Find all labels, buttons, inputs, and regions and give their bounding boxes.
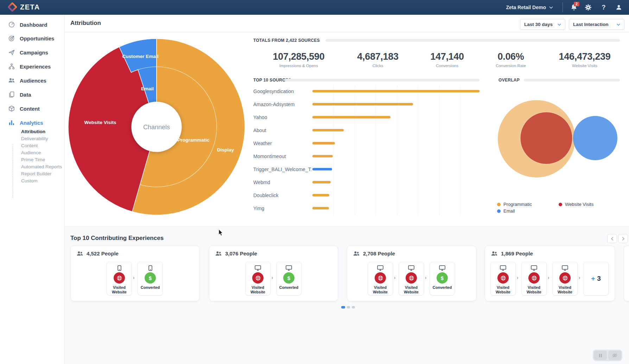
source-bar-track <box>312 129 479 131</box>
source-bar[interactable] <box>312 181 331 183</box>
source-bar-track <box>312 155 479 157</box>
attribution-model-dropdown[interactable]: Last Interaction <box>569 19 624 30</box>
carousel-dot[interactable] <box>352 306 355 308</box>
user-profile-button[interactable] <box>613 0 625 15</box>
subnav-prime-time[interactable]: Prime Time <box>21 157 45 163</box>
carousel-dot-active[interactable] <box>341 306 345 308</box>
venn-email[interactable] <box>573 116 617 160</box>
legend-label: Email <box>503 208 515 214</box>
source-bar-track <box>312 116 479 118</box>
step-label: Visited Website <box>107 285 132 294</box>
step-label: Visited Website <box>246 285 270 294</box>
subnav-content[interactable]: Content <box>21 143 38 149</box>
sidebar-item-label: Analytics <box>20 120 43 126</box>
carousel-prev-button[interactable] <box>607 234 617 243</box>
carousel-next-button[interactable] <box>618 234 628 243</box>
step-arrow: › <box>424 274 427 280</box>
stat-label: Website Visits <box>539 64 629 68</box>
chevron-down-icon <box>558 24 561 26</box>
attribution-dashboard: ZETA Zeta Retail Demo 2 <box>0 0 629 364</box>
sidebar-item-experiences[interactable]: Experiences <box>0 61 64 72</box>
experience-card-partial[interactable] <box>624 246 629 301</box>
legend-email: Email <box>497 208 515 214</box>
logo-text: ZETA <box>20 3 40 11</box>
source-bar[interactable] <box>312 207 329 209</box>
chevron-down-icon <box>549 6 553 9</box>
card-people-count: 1,869 People <box>501 251 533 256</box>
chevron-right-icon <box>622 237 624 241</box>
pause-button[interactable] <box>594 351 607 360</box>
people-icon <box>8 77 15 84</box>
sidebar-item-label: Audiences <box>20 78 46 84</box>
gauge-icon <box>8 21 15 28</box>
step-tile-converted: $ Converted <box>430 262 455 295</box>
source-bar-track <box>312 207 479 209</box>
page-title: Attribution <box>70 20 101 27</box>
hide-button[interactable] <box>608 351 621 360</box>
source-bar[interactable] <box>312 155 333 157</box>
source-bar-track <box>312 142 479 144</box>
step-tile-visited-website: Visited Website <box>368 262 393 295</box>
notifications-button[interactable]: 2 <box>568 0 580 15</box>
subnav-audience[interactable]: Audience <box>21 150 41 156</box>
globe-badge-icon <box>497 272 509 284</box>
bar-chart-icon <box>8 119 15 126</box>
source-name: Yahoo <box>253 114 311 121</box>
sidebar-item-opportunities[interactable]: Opportunities <box>0 33 64 44</box>
section-rule <box>524 79 620 82</box>
stat-value: 146,473,239 <box>539 51 629 62</box>
more-steps-count: 3 <box>597 275 601 282</box>
card-header: 1,869 People <box>491 251 533 256</box>
legend-dot <box>497 203 501 206</box>
sidebar-nav: Dashboard Opportunities Campaigns Experi… <box>0 15 65 364</box>
carousel-controls <box>593 350 622 361</box>
legend-website-visits: Website Visits <box>559 202 593 207</box>
desktop-icon <box>553 265 577 271</box>
cube-icon <box>8 105 15 112</box>
legend-dot <box>497 209 501 213</box>
venn-website-visits[interactable] <box>520 112 572 164</box>
more-steps-tile[interactable]: + 3 <box>583 262 609 295</box>
source-bar[interactable] <box>312 168 332 170</box>
settings-button[interactable] <box>582 0 594 15</box>
help-button[interactable]: ? <box>598 0 610 15</box>
date-range-dropdown[interactable]: Last 30 days <box>520 19 565 30</box>
step-arrow: › <box>578 274 581 280</box>
sidebar-item-dashboard[interactable]: Dashboard <box>0 19 64 30</box>
subnav-attribution[interactable]: Attribution <box>21 129 45 135</box>
sidebar-item-analytics[interactable]: Analytics <box>0 117 64 128</box>
overlap-heading: OVERLAP <box>498 78 520 83</box>
plus-icon: + <box>591 275 595 282</box>
legend-label: Website Visits <box>565 202 593 207</box>
subnav-report-builder[interactable]: Report Builder <box>21 171 51 177</box>
legend-label: Programmatic <box>503 202 532 207</box>
card-header: 4,522 People <box>77 251 119 256</box>
step-label: Converted <box>277 285 301 290</box>
source-bar[interactable] <box>312 116 390 118</box>
subnav-deliverability[interactable]: Deliverability <box>21 136 48 142</box>
source-bar[interactable] <box>312 194 329 196</box>
label-customer-email: Customer Email <box>122 54 159 59</box>
source-bar[interactable] <box>312 103 413 105</box>
account-selector[interactable]: Zeta Retail Demo <box>506 0 553 15</box>
step-tile-converted: $ Converted <box>138 262 163 295</box>
source-bar[interactable] <box>312 90 479 92</box>
question-mark-icon: ? <box>602 4 606 11</box>
subnav-automated-reports[interactable]: Automated Reports <box>21 164 62 170</box>
sidebar-item-audiences[interactable]: Audiences <box>0 75 64 86</box>
sidebar-item-content[interactable]: Content <box>0 103 64 114</box>
sidebar-item-data[interactable]: Data <box>0 89 64 100</box>
subnav-custom[interactable]: Custom <box>21 178 38 184</box>
zeta-logo[interactable]: ZETA <box>8 2 40 12</box>
carousel-dot[interactable] <box>347 306 350 308</box>
source-bar[interactable] <box>312 129 344 131</box>
source-bar-track <box>312 194 479 196</box>
source-bar[interactable] <box>312 142 335 144</box>
source-name: Googlesyndication <box>253 88 311 95</box>
sidebar-item-campaigns[interactable]: Campaigns <box>0 47 64 58</box>
step-arrow: › <box>516 274 519 280</box>
desktop-icon <box>399 265 424 271</box>
source-name: Webmd <box>253 179 311 186</box>
source-name: Doubleclick <box>253 192 311 199</box>
section-rule <box>325 39 620 42</box>
